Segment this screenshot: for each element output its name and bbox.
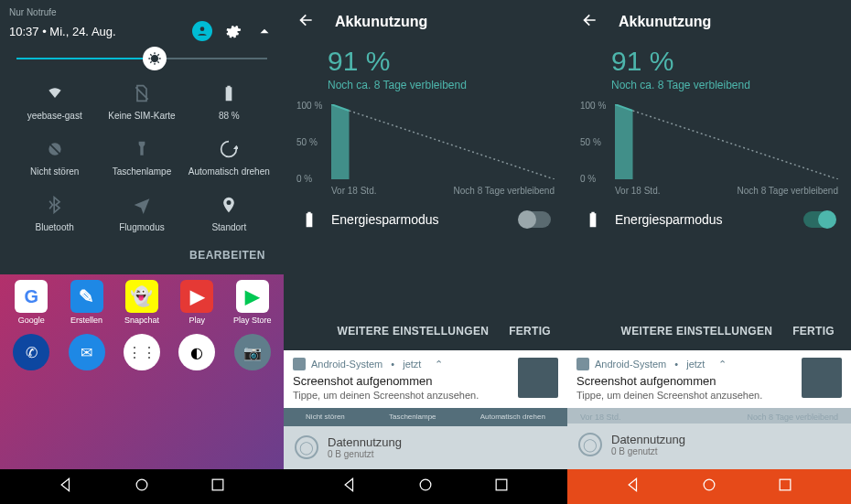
nav-home-icon[interactable] bbox=[700, 476, 718, 498]
nav-back-icon[interactable] bbox=[58, 476, 76, 498]
home-app-row: GGoogle ✎Erstellen 👻Snapchat ▶Play ▶Play… bbox=[0, 274, 284, 327]
back-arrow-icon[interactable] bbox=[580, 11, 598, 33]
nav-bar bbox=[0, 469, 284, 504]
status-bar-text: Nur Notrufe bbox=[9, 7, 275, 17]
notif-thumbnail[interactable] bbox=[518, 358, 558, 398]
svg-point-4 bbox=[420, 479, 431, 490]
notification-area: Nicht störenTaschenlampeAutomatisch dreh… bbox=[284, 350, 567, 469]
nav-bar bbox=[567, 469, 851, 504]
svg-rect-3 bbox=[212, 479, 223, 490]
svg-point-0 bbox=[200, 27, 205, 31]
quick-settings-screen: Nur Notrufe 10:37 • Mi., 24. Aug. bbox=[0, 0, 284, 504]
battery-saver-icon bbox=[300, 210, 318, 229]
more-settings-button[interactable]: WEITERE EINSTELLUNGEN bbox=[621, 325, 773, 338]
app-play[interactable]: ▶Play bbox=[172, 280, 221, 325]
nav-home-icon[interactable] bbox=[133, 476, 151, 498]
nav-recent-icon[interactable] bbox=[209, 476, 227, 498]
battery-estimate: Noch ca. 8 Tage verbleibend bbox=[611, 79, 851, 91]
battery-saver-toggle[interactable] bbox=[803, 211, 835, 228]
svg-rect-7 bbox=[780, 479, 791, 490]
battery-saver-label: Energiesparmodus bbox=[615, 212, 791, 227]
edit-tiles-button[interactable]: BEARBEITEN bbox=[9, 241, 275, 271]
tile-rotate[interactable]: Automatisch drehen bbox=[186, 137, 273, 177]
app-playstore[interactable]: ▶Play Store bbox=[228, 280, 277, 325]
home-screen[interactable]: GGoogle ✎Erstellen 👻Snapchat ▶Play ▶Play… bbox=[0, 274, 284, 469]
user-avatar-icon[interactable] bbox=[192, 21, 212, 41]
tile-location[interactable]: Standort bbox=[186, 193, 273, 232]
fav-camera-icon[interactable]: 📷 bbox=[234, 334, 271, 370]
tile-bluetooth[interactable]: Bluetooth bbox=[11, 193, 98, 232]
battery-saver-icon bbox=[584, 210, 602, 229]
fav-messages-icon[interactable]: ✉ bbox=[69, 334, 105, 370]
android-system-icon bbox=[293, 358, 306, 370]
battery-chart[interactable]: 100 % 50 % 0 % Vor 18 Std.Noch 8 Tage ve… bbox=[296, 101, 555, 192]
battery-screen-on: Akkunutzung 91 % Noch ca. 8 Tage verblei… bbox=[567, 0, 851, 504]
behind-chart-labels: Vor 18 Std.Noch 8 Tage verbleibend bbox=[567, 407, 851, 424]
notif-thumbnail[interactable] bbox=[802, 358, 842, 398]
app-erstellen[interactable]: ✎Erstellen bbox=[62, 280, 112, 325]
battery-saver-row[interactable]: Energiesparmodus bbox=[567, 198, 851, 241]
more-settings-button[interactable]: WEITERE EINSTELLUNGEN bbox=[338, 325, 490, 338]
battery-screen-off: Akkunutzung 91 % Noch ca. 8 Tage verblei… bbox=[284, 0, 567, 504]
expand-chevron-icon[interactable]: ⌃ bbox=[435, 359, 443, 370]
tile-dnd[interactable]: Nicht stören bbox=[11, 137, 98, 177]
behind-data-usage-row[interactable]: ◯ Datennutzung0 B genutzt bbox=[284, 426, 567, 468]
done-button[interactable]: FERTIG bbox=[509, 325, 551, 338]
app-google[interactable]: GGoogle bbox=[6, 280, 56, 325]
home-favorites-row: ✆ ✉ ⋮⋮ ◐ 📷 bbox=[0, 327, 284, 374]
page-title: Akkunutzung bbox=[619, 14, 711, 30]
tile-battery[interactable]: 88 % bbox=[186, 81, 273, 121]
battery-saver-row[interactable]: Energiesparmodus bbox=[284, 198, 567, 241]
expand-chevron-icon[interactable]: ⌃ bbox=[718, 359, 727, 370]
svg-rect-5 bbox=[496, 479, 507, 490]
settings-gear-icon[interactable] bbox=[223, 21, 243, 41]
brightness-slider[interactable] bbox=[16, 58, 267, 59]
notification-area: Vor 18 Std.Noch 8 Tage verbleibend ◯ Dat… bbox=[567, 350, 851, 469]
battery-saver-toggle[interactable] bbox=[520, 211, 551, 228]
tile-torch[interactable]: Taschenlampe bbox=[98, 137, 185, 177]
quick-settings-panel[interactable]: Nur Notrufe 10:37 • Mi., 24. Aug. bbox=[0, 0, 284, 274]
android-system-icon bbox=[576, 358, 589, 370]
battery-saver-label: Energiesparmodus bbox=[331, 212, 507, 227]
screenshot-notification[interactable]: Android-System • jetzt ⌃ Screenshot aufg… bbox=[567, 350, 851, 408]
battery-percent: 91 % bbox=[611, 46, 851, 77]
nav-bar bbox=[284, 469, 567, 504]
nav-back-icon[interactable] bbox=[341, 476, 360, 498]
nav-home-icon[interactable] bbox=[416, 476, 435, 498]
nav-recent-icon[interactable] bbox=[492, 476, 511, 498]
brightness-thumb-icon[interactable] bbox=[143, 47, 167, 70]
svg-point-2 bbox=[136, 479, 147, 490]
tile-wifi[interactable]: yeebase-gast bbox=[11, 81, 98, 121]
qs-datetime: 10:37 • Mi., 24. Aug. bbox=[9, 25, 181, 38]
fav-allapps-icon[interactable]: ⋮⋮ bbox=[124, 334, 160, 370]
nav-recent-icon[interactable] bbox=[776, 476, 794, 498]
quick-tiles-grid: yeebase-gast Keine SIM-Karte 88 % Nicht … bbox=[9, 76, 275, 241]
back-arrow-icon[interactable] bbox=[296, 11, 315, 33]
app-snapchat[interactable]: 👻Snapchat bbox=[117, 280, 167, 325]
screenshot-notification[interactable]: Android-System • jetzt ⌃ Screenshot aufg… bbox=[284, 350, 567, 408]
done-button[interactable]: FERTIG bbox=[792, 325, 835, 338]
behind-qs-tabs: Nicht störenTaschenlampeAutomatisch dreh… bbox=[284, 407, 567, 426]
nav-back-icon[interactable] bbox=[625, 476, 643, 498]
behind-data-usage-row[interactable]: ◯ Datennutzung0 B genutzt bbox=[567, 424, 851, 466]
collapse-chevron-icon[interactable] bbox=[254, 21, 275, 41]
battery-estimate: Noch ca. 8 Tage verbleibend bbox=[328, 79, 567, 91]
fav-phone-icon[interactable]: ✆ bbox=[13, 334, 49, 370]
svg-point-6 bbox=[704, 479, 715, 490]
data-usage-icon: ◯ bbox=[578, 433, 602, 456]
data-usage-icon: ◯ bbox=[295, 435, 318, 459]
fav-chrome-icon[interactable]: ◐ bbox=[178, 334, 215, 370]
tile-airplane[interactable]: Flugmodus bbox=[98, 193, 185, 232]
page-title: Akkunutzung bbox=[335, 14, 427, 30]
tile-sim[interactable]: Keine SIM-Karte bbox=[98, 81, 185, 121]
battery-chart[interactable]: 100 % 50 % 0 % Vor 18 Std.Noch 8 Tage ve… bbox=[580, 101, 838, 192]
battery-percent: 91 % bbox=[328, 46, 567, 77]
